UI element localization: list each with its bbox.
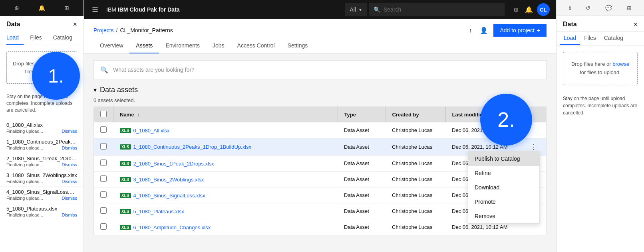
pin-icon-left[interactable]: ⊕ (12, 4, 22, 12)
row-checkbox-cell (94, 122, 113, 138)
row-type-cell: Data Asset (338, 203, 386, 219)
project-header-actions: ↑ 👤 Add to project + (466, 24, 547, 37)
row-created-cell: Christophe Lucas (386, 122, 445, 138)
dismiss-button[interactable]: Dismiss (62, 146, 78, 150)
list-item: 1_1080_Continuous_2Peaks_1Dr... Finalizi… (0, 136, 83, 153)
chat-icon-right[interactable]: 💬 (603, 4, 614, 12)
right-tab-catalog[interactable]: Catalog (600, 32, 627, 45)
asset-link[interactable]: 2_1080_Sinus_1Peak_2Drops.xlsx (133, 161, 214, 167)
info-icon-right[interactable]: ℹ (566, 4, 573, 12)
nav-brand: IBM IBM Cloud Pak for Data (106, 6, 180, 13)
asset-link[interactable]: 6_1080_Amplitude_Changes.xlsx (133, 224, 211, 230)
tab-environments[interactable]: Environments (159, 38, 206, 53)
add-icon-nav[interactable]: ⊕ (511, 4, 521, 16)
menu-icon[interactable]: ☰ (90, 4, 100, 16)
file-status-text: Finalizing upload... (6, 213, 43, 217)
kebab-menu-button[interactable]: ⋮ (528, 142, 540, 151)
file-status: Finalizing upload... Dismiss (6, 129, 77, 134)
avatar[interactable]: CL (537, 3, 550, 16)
tab-assets[interactable]: Assets (129, 38, 159, 53)
file-status: Finalizing upload... Dismiss (6, 162, 77, 167)
dismiss-button[interactable]: Dismiss (62, 179, 78, 184)
dismiss-button[interactable]: Dismiss (62, 162, 78, 167)
row-checkbox[interactable] (100, 143, 107, 150)
list-item: 5_1080_Plateaus.xlsx Finalizing upload..… (0, 203, 83, 220)
browse-link-right[interactable]: browse (612, 61, 629, 67)
row-name-cell: XLS 1_1080_Continuous_2Peaks_1Drop_1Buil… (113, 138, 338, 156)
right-panel: ℹ ↺ 💬 ⊞ Data × Load Files Catalog Drop f… (556, 0, 644, 252)
nav-search-icon: 🔍 (374, 6, 380, 13)
file-status-text: Finalizing upload... (6, 162, 43, 167)
dismiss-button[interactable]: Dismiss (62, 129, 78, 134)
file-status: Finalizing upload... Dismiss (6, 213, 77, 217)
user-icon-btn[interactable]: 👤 (477, 24, 490, 37)
row-checkbox[interactable] (100, 175, 107, 182)
row-created-cell: Christophe Lucas (386, 187, 445, 203)
upload-icon-btn[interactable]: ↑ (466, 24, 474, 36)
context-menu-remove[interactable]: Remove (468, 209, 539, 223)
right-tab-load[interactable]: Load (560, 32, 580, 45)
row-checkbox[interactable] (100, 223, 107, 230)
asset-search-input[interactable] (113, 67, 540, 73)
dismiss-button[interactable]: Dismiss (62, 196, 78, 201)
file-status-text: Finalizing upload... (6, 129, 43, 134)
asset-link[interactable]: 3_1080_Sinus_2Woblings.xlsx (133, 177, 204, 183)
asset-link[interactable]: 1_1080_Continuous_2Peaks_1Drop_1BuildUp.… (133, 144, 252, 150)
tab-overview[interactable]: Overview (93, 38, 129, 53)
xls-badge: XLS (120, 128, 131, 133)
context-menu-refine[interactable]: Refine (468, 166, 539, 180)
nav-search-input[interactable] (384, 6, 500, 13)
left-tab-catalog[interactable]: Catalog (53, 31, 77, 45)
left-close-button[interactable]: × (73, 21, 77, 28)
right-upload-area: Drop files here or browse for files to u… (563, 52, 638, 85)
left-panel: ⊕ 🔔 ⊞ Data × Load Files Catalog Drop fil… (0, 0, 84, 252)
row-type-cell: Data Asset (338, 219, 386, 235)
row-checkbox[interactable] (100, 126, 107, 133)
asset-link[interactable]: 4_1080_Sinus_SignalLoss.xlsx (133, 193, 205, 199)
row-created-cell: Christophe Lucas (386, 203, 445, 219)
xls-badge: XLS (120, 144, 131, 150)
history-icon-right[interactable]: ↺ (583, 4, 593, 12)
header-created-by[interactable]: Created by (386, 107, 445, 123)
row-checkbox-cell (94, 138, 113, 156)
nav-filter-dropdown[interactable]: All ▼ (345, 3, 367, 16)
add-to-project-button[interactable]: Add to project + (493, 24, 547, 37)
right-panel-header: Data × (557, 16, 644, 32)
bell-icon-nav[interactable]: 🔔 (523, 4, 535, 16)
left-tab-files[interactable]: Files (30, 31, 47, 45)
row-checkbox[interactable] (100, 159, 107, 166)
context-menu-publish[interactable]: Publish to Catalog (468, 152, 539, 166)
asset-link[interactable]: 0_1080_All.xlsx (133, 128, 170, 134)
right-panel-title: Data (563, 21, 577, 28)
xls-badge: XLS (120, 225, 131, 230)
bell-icon-left[interactable]: 🔔 (36, 4, 48, 12)
left-tab-load[interactable]: Load (6, 31, 24, 45)
grid-icon-right[interactable]: ⊞ (624, 4, 634, 12)
section-toggle-button[interactable]: ▾ (93, 86, 97, 94)
header-name[interactable]: Name ↑ (113, 107, 338, 123)
list-item: 2_1080_Sinus_1Peak_2Drops.xlsx Finalizin… (0, 153, 83, 170)
tab-settings[interactable]: Settings (281, 38, 314, 53)
step-circle-2: 2. (480, 94, 532, 146)
grid-icon-left[interactable]: ⊞ (62, 4, 72, 12)
row-checkbox[interactable] (100, 191, 107, 198)
header-type[interactable]: Type (338, 107, 386, 123)
row-name-cell: XLS 4_1080_Sinus_SignalLoss.xlsx (113, 187, 338, 203)
row-created-cell: Christophe Lucas (386, 138, 445, 156)
select-all-checkbox[interactable] (100, 111, 107, 117)
context-menu-download[interactable]: Download (468, 180, 539, 195)
breadcrumb-projects-link[interactable]: Projects (93, 27, 114, 33)
context-menu-promote[interactable]: Promote (468, 195, 539, 209)
tab-access-control[interactable]: Access Control (231, 38, 281, 53)
right-close-button[interactable]: × (633, 21, 638, 28)
asset-search-bar: 🔍 (93, 60, 547, 79)
right-tab-files[interactable]: Files (580, 32, 600, 45)
row-checkbox-cell (94, 156, 113, 171)
row-checkbox[interactable] (100, 207, 107, 214)
row-created-cell: Christophe Lucas (386, 156, 445, 171)
tab-jobs[interactable]: Jobs (206, 38, 231, 53)
dismiss-button[interactable]: Dismiss (62, 213, 78, 217)
asset-link[interactable]: 5_1080_Plateaus.xlsx (133, 209, 184, 215)
row-name-cell: XLS 3_1080_Sinus_2Woblings.xlsx (113, 171, 338, 187)
xls-badge: XLS (120, 193, 131, 198)
